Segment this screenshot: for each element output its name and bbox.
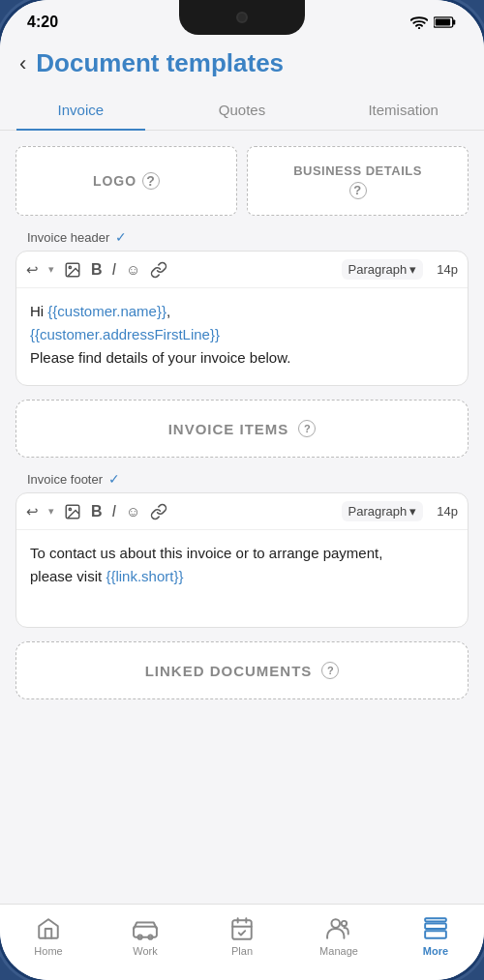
logo-upload-box[interactable]: LOGO ? bbox=[15, 146, 237, 216]
status-time: 4:20 bbox=[27, 14, 58, 31]
italic-button[interactable]: I bbox=[112, 261, 116, 279]
footer-bold-button[interactable]: B bbox=[91, 503, 103, 520]
battery-icon bbox=[434, 15, 457, 29]
invoice-footer-label: Invoice footer ✓ bbox=[15, 471, 469, 487]
tab-quotes[interactable]: Quotes bbox=[162, 90, 323, 130]
footer-emoji-button[interactable]: ☺ bbox=[126, 503, 140, 520]
tab-invoice[interactable]: Invoice bbox=[0, 90, 162, 130]
logo-help-icon[interactable]: ? bbox=[142, 172, 160, 190]
invoice-header-label: Invoice header ✓ bbox=[15, 229, 469, 245]
invoice-header-section: Invoice header ✓ ↩ ▾ bbox=[15, 229, 469, 386]
invoice-footer-check: ✓ bbox=[108, 471, 120, 487]
nav-work-label: Work bbox=[133, 945, 157, 957]
notch bbox=[179, 0, 305, 35]
invoice-footer-section: Invoice footer ✓ ↩ ▾ bbox=[15, 471, 469, 628]
tabs-bar: Invoice Quotes Itemisation bbox=[0, 90, 484, 131]
business-help-icon[interactable]: ? bbox=[349, 182, 367, 199]
page-header: ‹ Document templates bbox=[0, 39, 484, 90]
manage-icon bbox=[326, 916, 351, 941]
nav-plan[interactable]: Plan bbox=[194, 912, 290, 961]
back-button[interactable]: ‹ bbox=[19, 51, 26, 76]
svg-point-7 bbox=[69, 508, 71, 510]
linked-docs-label: LINKED DOCUMENTS bbox=[145, 663, 313, 679]
paragraph-dropdown[interactable]: Paragraph ▾ bbox=[342, 259, 424, 280]
svg-rect-2 bbox=[453, 19, 456, 24]
business-label: BUSINESS DETAILS bbox=[293, 163, 422, 178]
undo-dropdown-button[interactable]: ▾ bbox=[48, 263, 54, 276]
footer-line1: To contact us about this invoice or to a… bbox=[30, 542, 454, 565]
undo-button[interactable]: ↩ bbox=[26, 261, 39, 279]
nav-manage[interactable]: Manage bbox=[290, 912, 387, 961]
header-line2: {{customer.addressFirstLine}} bbox=[30, 323, 454, 346]
footer-line2: please visit {{link.short}} bbox=[30, 565, 454, 588]
nav-more[interactable]: More bbox=[387, 912, 484, 961]
svg-point-5 bbox=[69, 266, 71, 268]
logo-business-row: LOGO ? BUSINESS DETAILS ? bbox=[15, 146, 469, 216]
nav-manage-label: Manage bbox=[319, 945, 358, 957]
invoice-header-check: ✓ bbox=[115, 229, 127, 245]
emoji-button[interactable]: ☺ bbox=[126, 261, 140, 278]
svg-rect-3 bbox=[436, 19, 450, 26]
invoice-header-toolbar: ↩ ▾ B I ☺ bbox=[16, 252, 468, 288]
nav-plan-label: Plan bbox=[231, 945, 253, 957]
invoice-footer-toolbar: ↩ ▾ B I ☺ bbox=[16, 493, 468, 530]
header-line1: Hi {{customer.name}}, bbox=[30, 300, 454, 323]
linked-documents-section[interactable]: LINKED DOCUMENTS ? bbox=[15, 641, 469, 699]
nav-work[interactable]: Work bbox=[97, 912, 194, 961]
bottom-navigation: Home Work Plan bbox=[0, 904, 484, 980]
svg-rect-11 bbox=[232, 920, 252, 939]
font-size: 14p bbox=[437, 262, 458, 277]
nav-more-label: More bbox=[423, 945, 448, 957]
footer-font-size: 14p bbox=[437, 504, 458, 519]
invoice-footer-editor[interactable]: To contact us about this invoice or to a… bbox=[16, 530, 468, 627]
business-details-box[interactable]: BUSINESS DETAILS ? bbox=[247, 146, 469, 216]
image-button[interactable] bbox=[64, 261, 81, 279]
svg-point-0 bbox=[418, 27, 420, 29]
customer-address-var: {{customer.addressFirstLine}} bbox=[30, 326, 220, 342]
invoice-footer-card: ↩ ▾ B I ☺ bbox=[15, 492, 469, 628]
link-short-var: {{link.short}} bbox=[106, 568, 183, 584]
invoice-items-section[interactable]: INVOICE ITEMS ? bbox=[15, 400, 469, 458]
svg-rect-15 bbox=[425, 924, 446, 929]
footer-undo-dropdown[interactable]: ▾ bbox=[48, 505, 54, 518]
footer-undo-button[interactable]: ↩ bbox=[26, 503, 39, 520]
invoice-header-editor[interactable]: Hi {{customer.name}}, {{customer.address… bbox=[16, 288, 468, 385]
work-icon bbox=[133, 916, 158, 941]
camera bbox=[236, 12, 248, 23]
status-icons bbox=[410, 15, 457, 29]
svg-rect-14 bbox=[425, 931, 446, 938]
invoice-items-help[interactable]: ? bbox=[298, 420, 316, 437]
svg-point-12 bbox=[331, 919, 340, 928]
footer-paragraph-dropdown[interactable]: Paragraph ▾ bbox=[342, 501, 424, 521]
svg-rect-16 bbox=[425, 918, 446, 921]
bold-button[interactable]: B bbox=[91, 261, 103, 279]
footer-italic-button[interactable]: I bbox=[112, 503, 116, 520]
nav-home[interactable]: Home bbox=[0, 912, 97, 961]
invoice-header-card: ↩ ▾ B I ☺ bbox=[15, 251, 469, 386]
footer-image-button[interactable] bbox=[64, 503, 81, 520]
page-title: Document templates bbox=[36, 48, 465, 78]
svg-point-13 bbox=[342, 921, 347, 926]
main-content: LOGO ? BUSINESS DETAILS ? Invoice header… bbox=[0, 131, 484, 904]
customer-name-var: {{customer.name}} bbox=[47, 303, 166, 319]
tab-itemisation[interactable]: Itemisation bbox=[322, 90, 484, 130]
logo-label: LOGO bbox=[93, 173, 136, 189]
header-line3: Please find details of your invoice belo… bbox=[30, 346, 454, 370]
plan-icon bbox=[229, 916, 255, 941]
wifi-icon bbox=[410, 15, 428, 29]
more-icon bbox=[423, 916, 448, 941]
linked-docs-help[interactable]: ? bbox=[321, 662, 339, 679]
nav-home-label: Home bbox=[34, 945, 62, 957]
link-button[interactable] bbox=[150, 261, 167, 279]
svg-rect-8 bbox=[134, 927, 157, 937]
footer-link-button[interactable] bbox=[150, 503, 167, 520]
invoice-items-label: INVOICE ITEMS bbox=[168, 421, 289, 437]
home-icon bbox=[36, 916, 61, 941]
